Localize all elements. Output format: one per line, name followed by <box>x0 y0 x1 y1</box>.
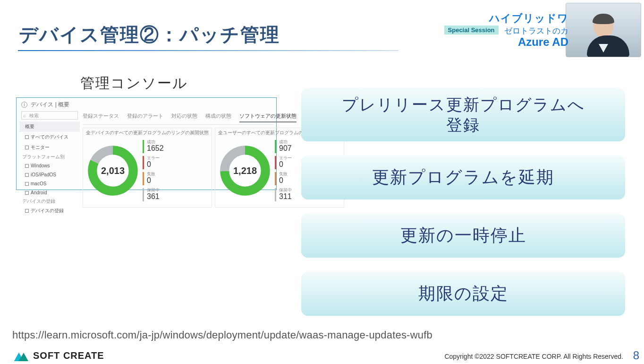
presenter-webcam <box>566 3 641 57</box>
legend-row: 成功907 <box>275 140 292 153</box>
legend-label: エラー <box>279 156 292 160</box>
legend-color-bar <box>275 188 276 201</box>
legend-row: エラー0 <box>275 156 292 169</box>
banner-line1: ハイブリッドワ <box>365 11 568 26</box>
legend-row: 失敗0 <box>275 172 292 185</box>
sidebar-item[interactable]: iOS/iPadOS <box>19 170 80 179</box>
search-input[interactable]: 検索 <box>21 111 78 120</box>
copyright: Copyright ©2022 SOFTCREATE CORP. All Rig… <box>444 353 623 360</box>
logo-icon <box>14 351 28 361</box>
legend-text: 保留中311 <box>279 188 292 201</box>
brand-logo: SOFT CREATE <box>14 350 104 361</box>
brand-text: SOFT CREATE <box>33 350 104 361</box>
legend-value: 0 <box>147 176 155 185</box>
console-caption: 管理コンソール <box>80 74 188 93</box>
legend-color-bar <box>143 140 144 153</box>
sidebar: 概要 すべてのデバイス モニター プラットフォーム別 Windows iOS/i… <box>19 121 80 216</box>
legend-value: 0 <box>279 176 288 185</box>
title-underline <box>18 50 398 51</box>
legend-text: 失敗0 <box>279 172 288 185</box>
info-icon: i <box>21 102 27 108</box>
tabs: 登録ステータス 登録のアラート 対応の状態 構成の状態 ソフトウェアの更新状態 <box>83 111 273 125</box>
legend-label: 保留中 <box>147 188 160 192</box>
page-number: 8 <box>633 349 639 362</box>
donut-chart: 1,218 <box>218 144 272 198</box>
legend-value: 361 <box>147 192 160 201</box>
breadcrumb-text: デバイス | 概要 <box>31 101 69 108</box>
legend-text: 失敗0 <box>147 172 155 185</box>
tab[interactable]: 構成の状態 <box>205 113 231 121</box>
charts-row: 全デバイスのすべての更新プログラムのリングの展開状態 2,013 成功1652エ… <box>83 128 273 208</box>
donut-total: 1,218 <box>218 144 272 198</box>
sidebar-group: デバイスの登録 <box>19 197 80 206</box>
bullet-item: 更新プログラムを延期 <box>301 156 625 199</box>
chart-card: 全デバイスのすべての更新プログラムのリングの展開状態 2,013 成功1652エ… <box>83 128 212 208</box>
legend-value: 0 <box>279 160 292 169</box>
legend: 成功907エラー0失敗0保留中311 <box>275 137 292 204</box>
tab[interactable]: 対応の状態 <box>171 113 197 121</box>
legend-color-bar <box>275 140 276 153</box>
legend-value: 0 <box>147 160 160 169</box>
legend-color-bar <box>143 156 144 169</box>
legend-row: 保留中311 <box>275 188 292 201</box>
sidebar-item[interactable]: Windows <box>19 161 80 170</box>
sidebar-item[interactable]: モニター <box>19 142 80 153</box>
legend-row: 成功1652 <box>143 140 164 153</box>
console-body: 登録ステータス 登録のアラート 対応の状態 構成の状態 ソフトウェアの更新状態 … <box>83 111 273 187</box>
tab[interactable]: 登録のアラート <box>127 113 163 121</box>
bullet-item: 期限の設定 <box>301 272 625 316</box>
tab[interactable]: ソフトウェアの更新状態 <box>239 113 297 122</box>
banner-badge: Special Session <box>444 26 499 35</box>
legend-label: 成功 <box>147 140 164 144</box>
tab[interactable]: 登録ステータス <box>83 113 119 121</box>
legend-label: 失敗 <box>279 172 288 176</box>
legend-text: エラー0 <box>279 156 292 169</box>
banner-line3: Azure AD <box>365 35 568 49</box>
legend-text: 成功907 <box>279 140 292 153</box>
presenter-figure <box>587 15 620 57</box>
sidebar-group: プラットフォーム別 <box>19 153 80 161</box>
legend-value: 1652 <box>147 144 164 153</box>
sidebar-item[interactable]: すべてのデバイス <box>19 132 80 142</box>
legend-value: 907 <box>279 144 292 153</box>
sidebar-item[interactable]: 概要 <box>19 121 80 132</box>
bullet-list: プレリリース更新プログラムへ登録 更新プログラムを延期 更新の一時停止 期限の設… <box>301 88 625 330</box>
legend: 成功1652エラー0失敗0保留中361 <box>143 137 164 204</box>
slide: ハイブリッドワ Special Session ゼロトラストのカ Azure A… <box>0 0 644 364</box>
legend-label: 失敗 <box>147 172 155 176</box>
legend-label: 保留中 <box>279 188 292 192</box>
banner-line2: ゼロトラストのカ <box>504 26 568 35</box>
bullet-item: 更新の一時停止 <box>301 214 625 258</box>
legend-row: 保留中361 <box>143 188 164 201</box>
slide-title: デバイス管理②：パッチ管理 <box>19 22 280 48</box>
reference-url: https://learn.microsoft.com/ja-jp/window… <box>12 329 432 341</box>
legend-text: 保留中361 <box>147 188 160 201</box>
sidebar-item[interactable]: Android <box>19 188 80 197</box>
chart-title: 全デバイスのすべての更新プログラムのリングの展開状態 <box>86 130 209 136</box>
legend-text: 成功1652 <box>147 140 164 153</box>
donut-chart: 2,013 <box>86 144 140 198</box>
legend-row: 失敗0 <box>143 172 164 185</box>
legend-color-bar <box>143 188 144 201</box>
legend-color-bar <box>275 172 276 185</box>
legend-label: 成功 <box>279 140 292 144</box>
donut-total: 2,013 <box>86 144 140 198</box>
legend-color-bar <box>275 156 276 169</box>
bullet-item: プレリリース更新プログラムへ登録 <box>301 88 625 141</box>
legend-text: エラー0 <box>147 156 160 169</box>
legend-row: エラー0 <box>143 156 164 169</box>
legend-value: 311 <box>279 192 292 201</box>
legend-label: エラー <box>147 156 160 160</box>
sidebar-item[interactable]: macOS <box>19 179 80 188</box>
breadcrumb: i デバイス | 概要 <box>21 101 69 109</box>
legend-color-bar <box>143 172 144 185</box>
console-screenshot: i デバイス | 概要 検索 概要 すべてのデバイス モニター プラットフォーム… <box>16 97 277 190</box>
sidebar-item[interactable]: デバイスの登録 <box>19 206 80 216</box>
session-banner: ハイブリッドワ Special Session ゼロトラストのカ Azure A… <box>365 11 568 49</box>
